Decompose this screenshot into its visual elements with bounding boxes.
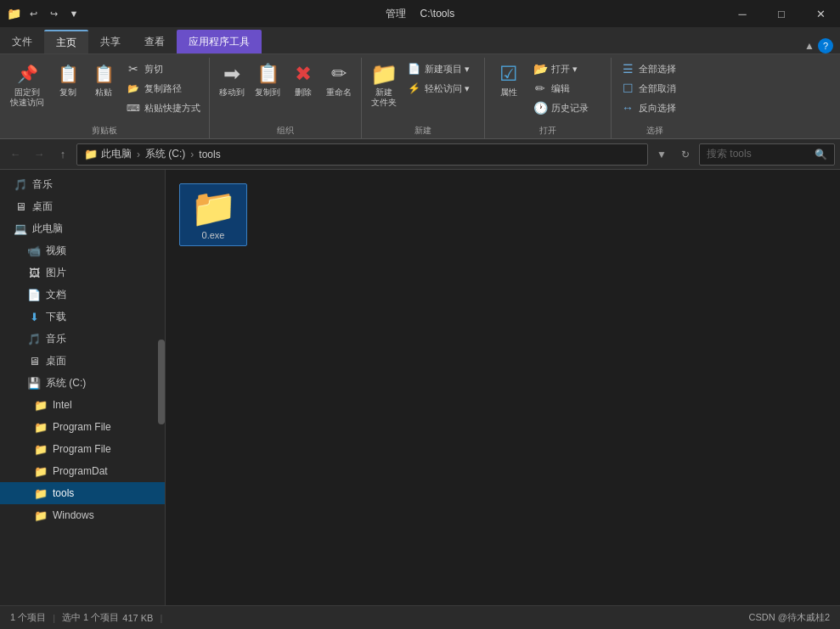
ribbon-group-organize-content: ➡ 移动到 📋 复制到 ✖ 删除 ✏ 重命名: [215, 58, 356, 125]
pin-quickaccess-button[interactable]: 📌 固定到快速访问: [5, 59, 49, 110]
sidebar-item-music-top[interactable]: 🎵 音乐: [0, 173, 165, 195]
rename-icon: ✏: [327, 62, 351, 86]
open-label: 打开 ▾: [551, 63, 578, 76]
addr-tools[interactable]: tools: [199, 149, 220, 160]
rename-button[interactable]: ✏ 重命名: [322, 59, 356, 100]
downloads-icon: ⬇: [27, 310, 41, 323]
status-right: CSDN @待木戚桂2: [748, 611, 830, 624]
ribbon-group-open: ☑ 属性 📂 打开 ▾ ✏ 编辑 🕐 历史记录 打开: [485, 58, 612, 138]
sidebar-item-drive-c[interactable]: 💾 系统 (C:): [0, 372, 165, 394]
sidebar-item-desktop-sub[interactable]: 🖥 桌面: [0, 350, 165, 372]
tab-file[interactable]: 文件: [0, 30, 44, 53]
select-none-button[interactable]: ☐ 全部取消: [617, 79, 693, 98]
sidebar-item-programfiles[interactable]: 📁 Program File: [0, 416, 165, 438]
sidebar-item-intel[interactable]: 📁 Intel: [0, 394, 165, 416]
forward-button[interactable]: →: [29, 144, 49, 165]
tab-view[interactable]: 查看: [132, 30, 177, 53]
sidebar-item-pictures[interactable]: 🖼 图片: [0, 261, 165, 284]
documents-icon: 📄: [27, 288, 41, 301]
edit-button[interactable]: ✏ 编辑: [529, 79, 606, 98]
sidebar-tools-label: tools: [53, 487, 74, 499]
programfiles-folder-icon: 📁: [34, 420, 48, 434]
refresh-button[interactable]: ↻: [675, 144, 696, 165]
status-bar: 1 个项目 | 选中 1 个项目 417 KB | CSDN @待木戚桂2: [0, 605, 840, 629]
delete-icon: ✖: [291, 62, 315, 86]
paste-shortcut-button[interactable]: ⌨ 粘贴快捷方式: [122, 98, 204, 117]
addr-drive[interactable]: 系统 (C:): [145, 147, 185, 161]
easy-access-button[interactable]: ⚡ 轻松访问 ▾: [403, 79, 479, 98]
pin-icon: 📌: [15, 62, 39, 86]
ribbon-help-icon[interactable]: ?: [818, 38, 833, 53]
copy-to-button[interactable]: 📋 复制到: [251, 59, 285, 100]
status-sep-1: |: [53, 613, 55, 623]
sidebar-scrollbar-thumb[interactable]: [158, 340, 165, 424]
quick-access-btn-2[interactable]: ↪: [45, 5, 62, 22]
sidebar-documents-label: 文档: [46, 288, 66, 302]
properties-button[interactable]: ☑ 属性: [490, 59, 527, 100]
edit-label: 编辑: [551, 82, 570, 95]
properties-icon: ☑: [497, 62, 521, 86]
select-all-button[interactable]: ☰ 全部选择: [617, 59, 693, 78]
search-icon[interactable]: 🔍: [815, 149, 827, 160]
paste-shortcut-icon: ⌨: [126, 100, 141, 115]
content-area: 📁 0.exe: [166, 170, 840, 605]
sidebar-drive-c-label: 系统 (C:): [46, 376, 86, 390]
sidebar-item-tools[interactable]: 📁 tools: [0, 482, 165, 504]
ribbon-tabs: 文件 主页 共享 查看 应用程序工具 ▲ ?: [0, 27, 840, 54]
new-small-buttons: 📄 新建项目 ▾ ⚡ 轻松访问 ▾: [403, 59, 479, 98]
sidebar-item-programdata[interactable]: 📁 ProgramDat: [0, 460, 165, 482]
back-button[interactable]: ←: [5, 144, 25, 165]
quick-access-btn-1[interactable]: ↩: [25, 5, 42, 22]
select-small-buttons: ☰ 全部选择 ☐ 全部取消 ↔ 反向选择: [617, 59, 693, 117]
sidebar-windows-label: Windows: [53, 509, 94, 521]
move-to-button[interactable]: ➡ 移动到: [215, 59, 249, 100]
open-button[interactable]: 📂 打开 ▾: [529, 59, 606, 78]
new-item-button[interactable]: 📄 新建项目 ▾: [403, 59, 479, 78]
copy-button[interactable]: 📋 复制: [51, 59, 85, 100]
easy-access-label: 轻松访问 ▾: [425, 82, 470, 95]
sidebar-item-thispc[interactable]: 💻 此电脑: [0, 217, 165, 239]
paste-button[interactable]: 📋 粘贴: [87, 59, 121, 100]
sidebar-item-documents[interactable]: 📄 文档: [0, 284, 165, 306]
desktop-sub-icon: 🖥: [27, 354, 41, 368]
sidebar-item-windows[interactable]: 📁 Windows: [0, 504, 165, 526]
cut-button[interactable]: ✂ 剪切: [122, 59, 204, 78]
address-dropdown-button[interactable]: ▼: [651, 144, 672, 165]
sidebar-item-desktop-top[interactable]: 🖥 桌面: [0, 195, 165, 217]
select-group-label: 选择: [617, 125, 693, 138]
addr-thispc[interactable]: 此电脑: [101, 147, 132, 161]
rename-label: 重命名: [326, 87, 352, 98]
address-bar[interactable]: 📁 此电脑 › 系统 (C:) › tools: [76, 143, 648, 166]
sidebar-programfiles-label: Program File: [53, 421, 111, 433]
new-folder-label: 新建文件夹: [371, 87, 397, 108]
sidebar-thispc-label: 此电脑: [32, 222, 63, 236]
new-folder-button[interactable]: 📁 新建文件夹: [367, 59, 401, 110]
tab-share[interactable]: 共享: [88, 30, 132, 53]
sidebar-item-music-sub[interactable]: 🎵 音乐: [0, 328, 165, 350]
quick-access-dropdown[interactable]: ▼: [65, 5, 82, 22]
file-item-0exe[interactable]: 📁 0.exe: [179, 183, 247, 246]
close-button[interactable]: ✕: [801, 0, 840, 27]
status-size: 417 KB: [122, 613, 153, 623]
up-button[interactable]: ↑: [53, 144, 73, 165]
search-box[interactable]: 搜索 tools 🔍: [699, 143, 835, 166]
pin-label: 固定到快速访问: [10, 87, 44, 108]
sidebar-item-video[interactable]: 📹 视频: [0, 239, 165, 261]
tab-app-tools[interactable]: 应用程序工具: [177, 30, 262, 53]
copy-path-button[interactable]: 📂 复制路径: [122, 79, 204, 98]
drive-c-icon: 💾: [27, 376, 41, 390]
easy-access-icon: ⚡: [406, 81, 421, 96]
ribbon-group-new: 📁 新建文件夹 📄 新建项目 ▾ ⚡ 轻松访问 ▾ 新建: [362, 58, 485, 138]
sidebar-item-programfiles-x86[interactable]: 📁 Program File: [0, 438, 165, 460]
sidebar-item-downloads[interactable]: ⬇ 下载: [0, 306, 165, 328]
main-area: 🎵 音乐 🖥 桌面 💻 此电脑 📹 视频 🖼 图片 📄 文档 ⬇: [0, 170, 840, 605]
minimize-button[interactable]: ─: [723, 0, 762, 27]
ribbon-up-icon[interactable]: ▲: [804, 40, 815, 52]
history-button[interactable]: 🕐 历史记录: [529, 98, 606, 117]
maximize-button[interactable]: □: [762, 0, 801, 27]
delete-button[interactable]: ✖ 删除: [286, 59, 320, 100]
invert-selection-button[interactable]: ↔ 反向选择: [617, 98, 693, 117]
tab-home[interactable]: 主页: [44, 30, 88, 53]
edit-icon: ✏: [533, 81, 548, 96]
clipboard-group-label: 剪贴板: [5, 125, 204, 138]
